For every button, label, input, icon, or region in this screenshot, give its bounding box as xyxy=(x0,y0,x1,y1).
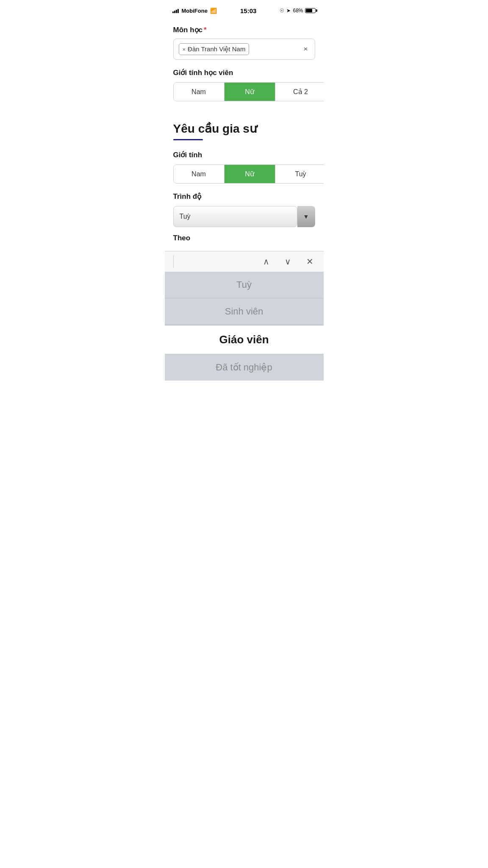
gender-tutor-nu[interactable]: Nữ xyxy=(225,165,275,183)
trinh-do-dropdown[interactable]: Tuỳ ▼ xyxy=(173,206,315,227)
picker-item-giao-vien[interactable]: Giáo viên xyxy=(165,325,324,354)
gender-student-nu[interactable]: Nữ xyxy=(225,83,275,101)
status-bar: MobiFone 📶 15:03 ☉ ➤ 68% xyxy=(165,0,324,19)
selected-subject-tag[interactable]: × Đàn Tranh Việt Nam xyxy=(179,43,250,55)
signal-bar-4 xyxy=(177,9,179,13)
gender-tutor-nam[interactable]: Nam xyxy=(174,165,225,183)
mon-hoc-input[interactable]: × Đàn Tranh Việt Nam × xyxy=(173,39,315,60)
picker-item-tuy[interactable]: Tuỳ xyxy=(165,272,324,298)
mon-hoc-label: Môn học* xyxy=(173,25,315,34)
navigation-icon: ➤ xyxy=(286,8,291,14)
picker-item-da-tot-nghiep[interactable]: Đã tốt nghiệp xyxy=(165,354,324,381)
gender-student-nam[interactable]: Nam xyxy=(174,83,225,101)
tag-subject-label: Đàn Tranh Việt Nam xyxy=(188,45,245,53)
required-star: * xyxy=(204,26,207,34)
gender-tutor-tuy[interactable]: Tuỳ xyxy=(275,165,324,183)
gender-tutor-toggle: Nam Nữ Tuỳ xyxy=(173,164,324,184)
picker-item-sinh-vien[interactable]: Sinh viên xyxy=(165,298,324,325)
tag-remove-icon[interactable]: × xyxy=(183,46,186,53)
gender-tutor-label: Giới tính xyxy=(173,150,315,159)
signal-bar-1 xyxy=(172,11,174,13)
spacer xyxy=(173,110,315,122)
picker-toolbar: ∧ ∨ ✕ xyxy=(165,251,324,272)
picker-backdrop: Tuỳ Sinh viên Giáo viên Đã tốt nghiệp xyxy=(165,272,324,381)
toolbar-divider xyxy=(173,255,174,268)
signal-bar-2 xyxy=(174,11,175,13)
gender-student-toggle: Nam Nữ Cả 2 xyxy=(173,82,324,101)
trinh-do-value[interactable]: Tuỳ xyxy=(173,206,297,227)
gender-student-label: Giới tính học viên xyxy=(173,68,315,77)
status-right: ☉ ➤ 68% xyxy=(280,8,316,14)
trinh-do-label: Trình độ xyxy=(173,192,315,201)
signal-bar-3 xyxy=(176,10,177,13)
toolbar-close-button[interactable]: ✕ xyxy=(305,255,315,268)
section-title-underline xyxy=(173,139,203,140)
carrier-label: MobiFone xyxy=(182,8,208,14)
picker-list: Tuỳ Sinh viên Giáo viên Đã tốt nghiệp xyxy=(165,272,324,381)
gender-student-ca2[interactable]: Cả 2 xyxy=(275,83,324,101)
battery-percentage: 68% xyxy=(293,8,303,14)
section-title-yeu-cau: Yêu cầu gia sư xyxy=(173,122,315,136)
clock: 15:03 xyxy=(240,7,256,14)
toolbar-up-button[interactable]: ∧ xyxy=(261,255,271,268)
status-left: MobiFone 📶 xyxy=(172,8,217,14)
clear-all-button[interactable]: × xyxy=(302,45,310,53)
battery-fill xyxy=(306,9,312,12)
wifi-icon: 📶 xyxy=(210,8,217,14)
location-icon: ☉ xyxy=(280,8,284,14)
signal-bars-icon xyxy=(172,8,179,13)
toolbar-down-button[interactable]: ∨ xyxy=(283,255,293,268)
main-content: Môn học* × Đàn Tranh Việt Nam × Giới tín… xyxy=(165,19,324,249)
battery-icon xyxy=(305,8,316,13)
theo-label: Theo xyxy=(173,234,315,242)
dropdown-arrow-icon: ▼ xyxy=(297,206,315,227)
